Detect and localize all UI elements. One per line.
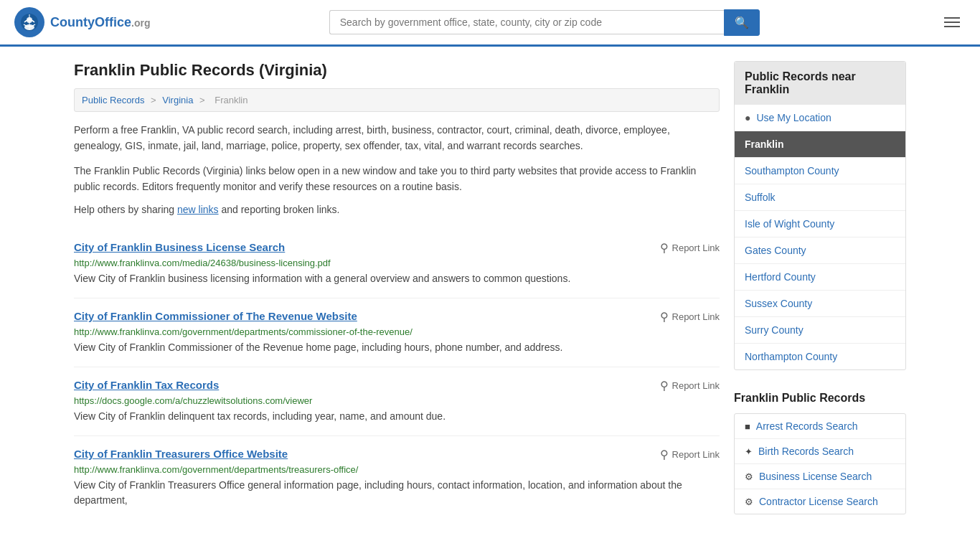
search-input[interactable] xyxy=(329,10,724,34)
record-desc-3: View City of Franklin Treasurers Office … xyxy=(74,478,720,508)
nearby-header: Public Records near Franklin xyxy=(735,62,905,105)
report-icon: ⚲ xyxy=(660,379,669,392)
record-url-3[interactable]: http://www.franklinva.com/government/dep… xyxy=(74,464,720,475)
nearby-link[interactable]: Sussex County xyxy=(745,298,812,309)
pin-icon: ● xyxy=(745,112,750,123)
record-header: City of Franklin Commissioner of The Rev… xyxy=(74,310,720,324)
record-url-0[interactable]: http://www.franklinva.com/media/24638/bu… xyxy=(74,258,720,268)
description-text: Perform a free Franklin, VA public recor… xyxy=(74,122,720,154)
sidebar: Public Records near Franklin ● Use My Lo… xyxy=(734,61,906,519)
main-content: Franklin Public Records (Virginia) Publi… xyxy=(74,61,720,519)
nearby-link[interactable]: Hertford County xyxy=(745,271,816,283)
franklin-record-item-3[interactable]: ⚙ Contractor License Search xyxy=(735,489,905,514)
fr-link-2[interactable]: Business License Search xyxy=(759,471,872,482)
nearby-link[interactable]: Suffolk xyxy=(745,192,776,203)
logo-brand: CountyOffice xyxy=(50,15,131,29)
nearby-item-sussex-county[interactable]: Sussex County xyxy=(735,291,905,317)
report-link-0[interactable]: ⚲ Report Link xyxy=(660,241,720,255)
record-desc-0: View City of Franklin business licensing… xyxy=(74,271,720,286)
fr-icon-1: ✦ xyxy=(745,446,753,457)
report-icon: ⚲ xyxy=(660,310,669,324)
logo-text: CountyOffice.org xyxy=(50,15,150,30)
record-item: City of Franklin Tax Records ⚲ Report Li… xyxy=(74,367,720,436)
logo-icon xyxy=(14,7,44,37)
nearby-item-southampton-county[interactable]: Southampton County xyxy=(735,158,905,184)
nearby-section: Public Records near Franklin ● Use My Lo… xyxy=(734,61,906,370)
record-item: City of Franklin Business License Search… xyxy=(74,230,720,298)
nearby-item-isle-of-wight-county[interactable]: Isle of Wight County xyxy=(735,211,905,237)
nearby-link[interactable]: Northampton County xyxy=(745,351,837,362)
franklin-records-section: ■ Arrest Records Search ✦ Birth Records … xyxy=(734,413,906,514)
records-list: City of Franklin Business License Search… xyxy=(74,230,720,519)
nearby-item-franklin[interactable]: Franklin xyxy=(735,131,905,158)
search-icon: 🔍 xyxy=(735,17,749,29)
share-before: Help others by sharing xyxy=(74,204,177,215)
record-header: City of Franklin Business License Search… xyxy=(74,241,720,255)
search-button[interactable]: 🔍 xyxy=(724,9,760,36)
record-url-1[interactable]: http://www.franklinva.com/government/dep… xyxy=(74,326,720,337)
record-url-2[interactable]: https://docs.google.com/a/chuzzlewitsolu… xyxy=(74,395,720,406)
report-link-2[interactable]: ⚲ Report Link xyxy=(660,379,720,392)
new-links[interactable]: new links xyxy=(177,204,219,215)
report-label: Report Link xyxy=(672,449,720,460)
record-desc-2: View City of Franklin delinquent tax rec… xyxy=(74,409,720,424)
nearby-item-suffolk[interactable]: Suffolk xyxy=(735,184,905,211)
franklin-record-item-0[interactable]: ■ Arrest Records Search xyxy=(735,414,905,439)
header: CountyOffice.org 🔍 xyxy=(0,0,980,47)
fr-link-0[interactable]: Arrest Records Search xyxy=(756,420,858,432)
logo-area: CountyOffice.org xyxy=(14,7,150,37)
nearby-item-surry-county[interactable]: Surry County xyxy=(735,317,905,344)
fr-icon-0: ■ xyxy=(745,421,750,432)
franklin-record-item-1[interactable]: ✦ Birth Records Search xyxy=(735,439,905,464)
breadcrumb-sep2: > xyxy=(199,95,207,105)
menu-button[interactable] xyxy=(938,11,966,33)
nearby-item-hertford-county[interactable]: Hertford County xyxy=(735,264,905,291)
share-text: Help others by sharing new links and rep… xyxy=(74,204,720,215)
franklin-record-item-2[interactable]: ⚙ Business License Search xyxy=(735,464,905,489)
breadcrumb-sep1: > xyxy=(151,95,159,105)
record-header: City of Franklin Treasurers Office Websi… xyxy=(74,448,720,461)
record-item: City of Franklin Treasurers Office Websi… xyxy=(74,436,720,519)
record-title-3[interactable]: City of Franklin Treasurers Office Websi… xyxy=(74,448,288,460)
hamburger-line xyxy=(944,22,960,23)
nearby-item-northampton-county[interactable]: Northampton County xyxy=(735,344,905,369)
report-icon: ⚲ xyxy=(660,241,669,255)
logo-org: .org xyxy=(131,17,150,29)
content-area: Franklin Public Records (Virginia) Publi… xyxy=(60,47,920,534)
record-title-0[interactable]: City of Franklin Business License Search xyxy=(74,241,285,253)
page-title: Franklin Public Records (Virginia) xyxy=(74,61,720,80)
fr-icon-3: ⚙ xyxy=(745,496,753,507)
nearby-link[interactable]: Surry County xyxy=(745,324,804,336)
report-label: Report Link xyxy=(672,311,720,322)
report-link-1[interactable]: ⚲ Report Link xyxy=(660,310,720,324)
nearby-link[interactable]: Isle of Wight County xyxy=(745,218,834,230)
fr-link-1[interactable]: Birth Records Search xyxy=(758,446,854,457)
nearby-items: FranklinSouthampton CountySuffolkIsle of… xyxy=(735,131,905,369)
record-desc-1: View City of Franklin Commissioner of th… xyxy=(74,340,720,355)
franklin-records-header: Franklin Public Records xyxy=(734,385,906,410)
use-location[interactable]: ● Use My Location xyxy=(735,105,905,131)
share-after: and reporting broken links. xyxy=(219,204,340,215)
report-icon: ⚲ xyxy=(660,448,669,461)
search-area: 🔍 xyxy=(329,9,760,36)
report-link-3[interactable]: ⚲ Report Link xyxy=(660,448,720,461)
report-label: Report Link xyxy=(672,380,720,391)
nearby-item-gates-county[interactable]: Gates County xyxy=(735,237,905,264)
record-title-2[interactable]: City of Franklin Tax Records xyxy=(74,379,219,391)
record-item: City of Franklin Commissioner of The Rev… xyxy=(74,298,720,367)
breadcrumb-franklin: Franklin xyxy=(215,95,248,105)
fr-icon-2: ⚙ xyxy=(745,471,753,482)
nearby-link[interactable]: Gates County xyxy=(745,245,806,256)
record-header: City of Franklin Tax Records ⚲ Report Li… xyxy=(74,379,720,392)
nearby-link[interactable]: Southampton County xyxy=(745,165,839,176)
breadcrumb-public-records[interactable]: Public Records xyxy=(82,95,144,105)
hamburger-line xyxy=(944,17,960,19)
use-location-link[interactable]: Use My Location xyxy=(756,112,831,123)
report-label: Report Link xyxy=(672,242,720,253)
fr-link-3[interactable]: Contractor License Search xyxy=(759,496,878,507)
record-title-1[interactable]: City of Franklin Commissioner of The Rev… xyxy=(74,310,357,322)
breadcrumb: Public Records > Virginia > Franklin xyxy=(74,88,720,112)
hamburger-line xyxy=(944,26,960,27)
breadcrumb-virginia[interactable]: Virginia xyxy=(162,95,193,105)
nearby-link[interactable]: Franklin xyxy=(745,138,783,150)
